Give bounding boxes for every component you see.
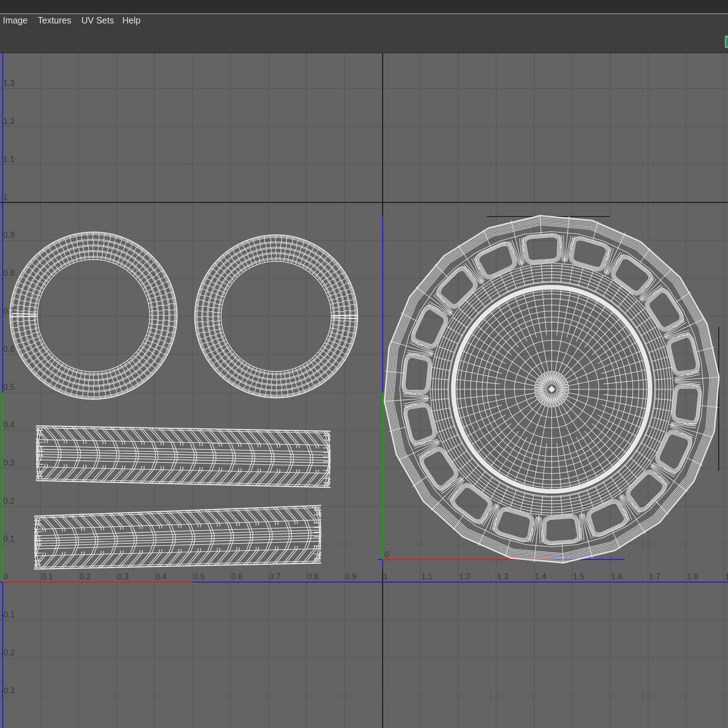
svg-text:Textures: Textures (38, 15, 71, 25)
svg-text:0.4: 0.4 (3, 420, 15, 430)
svg-text:1.2: 1.2 (3, 116, 15, 126)
svg-text:0.4: 0.4 (155, 572, 167, 581)
svg-text:1: 1 (3, 193, 8, 202)
svg-text:1.5: 1.5 (573, 572, 584, 581)
svg-text:Help: Help (122, 15, 141, 25)
svg-text:0.6: 0.6 (3, 344, 15, 354)
svg-text:0.3: 0.3 (117, 572, 128, 581)
svg-text:1.1: 1.1 (3, 154, 15, 164)
svg-text:0.2: 0.2 (80, 572, 91, 581)
svg-text:1.6: 1.6 (611, 572, 622, 581)
svg-text:1.3: 1.3 (3, 78, 15, 88)
svg-text:0.3: 0.3 (3, 458, 15, 468)
svg-text:1.1: 1.1 (421, 572, 433, 581)
svg-text:0.5: 0.5 (193, 572, 205, 581)
svg-text:1.8: 1.8 (687, 572, 698, 581)
svg-text:0.2: 0.2 (3, 496, 15, 505)
svg-text:1.9: 1.9 (725, 572, 728, 581)
svg-text:0.5: 0.5 (3, 382, 15, 392)
svg-text:0.6: 0.6 (231, 572, 243, 581)
svg-text:0: 0 (385, 550, 389, 559)
svg-text:-0.3: -0.3 (1, 686, 15, 695)
svg-text:0.8: 0.8 (307, 572, 318, 581)
svg-text:1.4: 1.4 (535, 572, 546, 581)
svg-text:-0.2: -0.2 (1, 648, 15, 657)
svg-text:0: 0 (3, 572, 8, 581)
svg-text:-0.1: -0.1 (1, 610, 15, 619)
svg-text:0.7: 0.7 (3, 306, 15, 316)
svg-text:1.3: 1.3 (497, 572, 508, 581)
svg-text:1.2: 1.2 (459, 572, 471, 581)
svg-text:1: 1 (383, 572, 388, 581)
svg-text:0.1: 0.1 (41, 572, 53, 581)
svg-text:0.7: 0.7 (269, 572, 281, 581)
svg-text:1.7: 1.7 (649, 572, 661, 581)
svg-text:0.9: 0.9 (3, 230, 15, 240)
svg-text:0.8: 0.8 (3, 268, 15, 278)
svg-text:0.1: 0.1 (3, 534, 15, 543)
svg-text:UV Sets: UV Sets (81, 15, 114, 25)
svg-text:Image: Image (3, 15, 28, 25)
svg-text:0.9: 0.9 (345, 572, 356, 581)
